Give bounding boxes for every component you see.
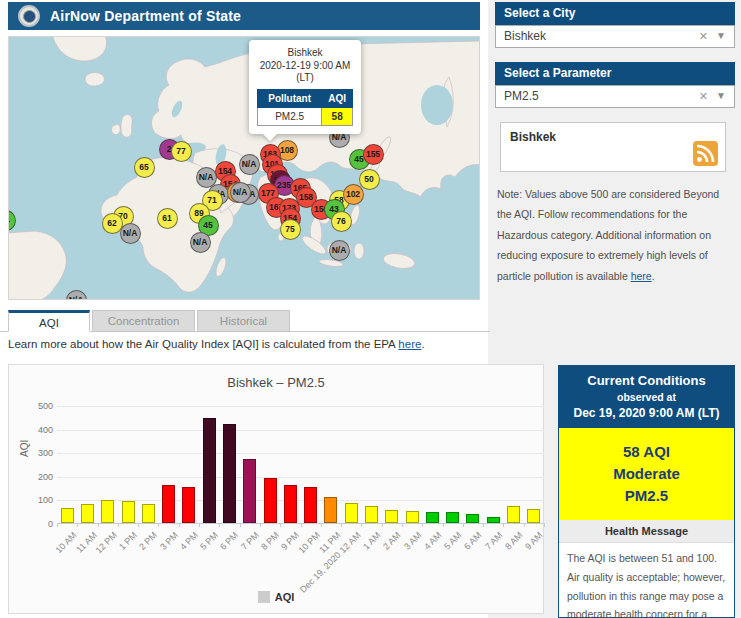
chart-plot: 010020030040050010 AM11 AM12 PM1 PM2 PM3… (57, 406, 544, 524)
select-parameter-header: Select a Parameter (495, 62, 735, 85)
x-axis-tick (341, 523, 342, 527)
learn-more-body: Learn more about how the Air Quality Ind… (8, 338, 398, 350)
x-axis-tick (158, 523, 159, 527)
bar (182, 487, 195, 523)
note-suffix: . (652, 270, 655, 282)
aqi-marker[interactable]: 50 (359, 169, 380, 190)
popup-city: Bishkek (255, 47, 355, 60)
x-axis-tick (361, 523, 362, 527)
aqi-marker[interactable]: 61 (157, 208, 178, 229)
x-axis-tick (118, 523, 119, 527)
x-axis-tick (280, 523, 281, 527)
current-conditions-header: Current Conditions observed at Dec 19, 2… (559, 366, 734, 428)
bar (345, 503, 358, 523)
x-axis-tick (402, 523, 403, 527)
tab-aqi[interactable]: AQI (8, 310, 90, 332)
note-link[interactable]: here (631, 270, 652, 282)
aqi-marker[interactable]: N/A (239, 154, 260, 175)
x-axis-tick (503, 523, 504, 527)
current-aqi-category: Moderate (563, 463, 730, 485)
tab-bar: AQI Concentration Historical (0, 310, 490, 332)
parameter-clear-icon[interactable]: ✕ (699, 86, 708, 107)
x-axis-tick (240, 523, 241, 527)
bar (284, 485, 297, 523)
note-body: Note: Values above 500 are considered Be… (497, 188, 719, 282)
x-axis-tick (382, 523, 383, 527)
x-axis-tick (219, 523, 220, 527)
city-caret-down-icon[interactable]: ▼ (716, 25, 726, 46)
x-axis-tick (463, 523, 464, 527)
city-select[interactable]: Bishkek ✕ ▼ (495, 25, 735, 48)
legend-swatch (258, 591, 270, 603)
aqi-marker[interactable]: N/A (190, 232, 211, 253)
bar (203, 418, 216, 523)
health-message-text: The AQI is between 51 and 100. Air quali… (559, 543, 734, 618)
bar (142, 504, 155, 523)
parameter-select[interactable]: PM2.5 ✕ ▼ (495, 85, 735, 108)
bar (223, 424, 236, 523)
y-axis-tick: 0 (25, 519, 53, 529)
app-header: AirNow Department of State (8, 2, 480, 30)
popup-aqi-value: 58 (322, 107, 353, 125)
rss-icon[interactable] (693, 141, 718, 166)
learn-more-suffix: . (421, 338, 424, 350)
bar (81, 504, 94, 523)
aqi-marker[interactable]: 65 (134, 157, 155, 178)
bar (466, 514, 479, 523)
bar (507, 506, 520, 523)
bar (527, 509, 540, 523)
page: AirNow Department of State (0, 0, 741, 618)
world-aqi-map[interactable]: 27765N/A154154N/A143N/A7189457062N/A61N/… (8, 36, 480, 300)
aqi-marker[interactable]: 75 (280, 219, 301, 240)
current-aqi-block: 58 AQI Moderate PM2.5 (559, 428, 734, 520)
x-axis-tick (301, 523, 302, 527)
city-clear-icon[interactable]: ✕ (699, 26, 708, 47)
x-axis-tick (77, 523, 78, 527)
gridline (57, 453, 544, 454)
aqi-marker[interactable]: N/A (120, 223, 141, 244)
current-aqi-pollutant: PM2.5 (563, 485, 730, 507)
aqi-marker[interactable]: N/A (66, 290, 87, 301)
parameter-select-value: PM2.5 (504, 89, 539, 103)
current-conditions-panel: Current Conditions observed at Dec 19, 2… (558, 365, 735, 618)
current-conditions-title: Current Conditions (563, 373, 730, 388)
health-message-title: Health Message (559, 520, 734, 543)
city-select-value: Bishkek (504, 29, 546, 43)
x-axis-tick (321, 523, 322, 527)
popup-datetime: 2020-12-19 9:00 AM (255, 60, 355, 73)
y-axis-tick: 100 (25, 495, 53, 505)
bar (426, 512, 439, 523)
bar (304, 487, 317, 523)
current-conditions-datetime: Dec 19, 2020 9:00 AM (LT) (563, 406, 730, 420)
x-axis-tick (57, 523, 58, 527)
tab-concentration[interactable]: Concentration (92, 310, 195, 332)
gridline (57, 406, 544, 407)
tab-historical[interactable]: Historical (197, 310, 290, 332)
aqi-marker[interactable]: N/A (230, 182, 251, 203)
learn-more-link[interactable]: here (398, 338, 421, 350)
aqi-marker[interactable]: N/A (329, 240, 350, 261)
map-marker-layer: 27765N/A154154N/A143N/A7189457062N/A61N/… (9, 37, 479, 299)
select-city-header: Select a City (495, 2, 735, 25)
popup-col-aqi: AQI (322, 89, 353, 107)
x-axis-tick (443, 523, 444, 527)
bar (324, 497, 337, 523)
gridline (57, 430, 544, 431)
chart-legend[interactable]: AQI (9, 591, 543, 603)
aqi-marker[interactable]: 102 (343, 184, 364, 205)
x-axis-tick (524, 523, 525, 527)
gridline (57, 477, 544, 478)
learn-more-text: Learn more about how the Air Quality Ind… (8, 338, 488, 350)
x-axis-tick (544, 523, 545, 527)
bar (487, 517, 500, 523)
aqi-marker[interactable]: 77 (171, 141, 192, 162)
aqi-marker[interactable]: 76 (331, 211, 352, 232)
parameter-caret-down-icon[interactable]: ▼ (716, 85, 726, 106)
bar (243, 459, 256, 523)
aqi-marker[interactable]: 155 (363, 144, 384, 165)
chart-title: Bishkek – PM2.5 (9, 375, 543, 390)
x-axis-tick (138, 523, 139, 527)
bar (264, 478, 277, 523)
popup-timezone: (LT) (255, 72, 355, 85)
aqi-marker[interactable]: 44 (8, 210, 16, 231)
